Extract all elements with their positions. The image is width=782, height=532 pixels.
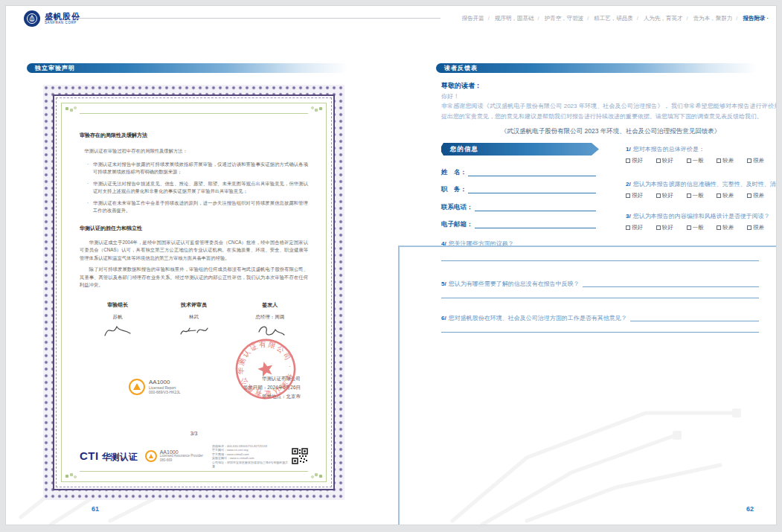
option-label: 较好: [662, 192, 673, 199]
signature-name: 苏帆: [80, 314, 156, 321]
nav-item: 精工艺，研品质: [594, 15, 633, 22]
aa1000-provider-logo: AA1000 Licensed Assurance Provider 080-6…: [145, 450, 203, 463]
question-label: 您对本报告的总体评价是：: [633, 146, 705, 153]
option-label: 较好: [662, 157, 673, 164]
signature-role: 签发人: [232, 301, 308, 309]
option-label: 较好: [662, 224, 673, 231]
signature-name: 总经理：周璐: [232, 314, 308, 321]
field-label: 电子邮箱：: [441, 220, 473, 229]
aa1000-triangle-icon: [129, 379, 145, 395]
checkbox-icon: [626, 158, 630, 163]
header-rule: [74, 18, 440, 19]
cert-section2-heading: 华测认证的胜任力和独立性: [80, 225, 308, 232]
cert-section1-intro: 华测认证在审验过程中存在的局限性及缓解方法：: [80, 147, 308, 156]
handwritten-signature: [176, 322, 211, 339]
option-label: 一般: [693, 224, 704, 231]
checkbox-icon: [687, 158, 691, 163]
field-underline: [475, 203, 597, 211]
question-3: 3/您认为本报告的内容编排和风格设计是否便于阅读？: [626, 212, 770, 220]
green-corner-ornament: [65, 471, 77, 478]
nav-separator: /: [587, 15, 589, 22]
checkbox-icon: [687, 193, 691, 198]
green-corner-ornament: [311, 106, 323, 114]
option-label: 很好: [632, 192, 643, 199]
feedback-form-title: 《武汉盛帆电子股份有限公司 2023 年环境、社会及公司治理报告意见回馈表》: [441, 127, 777, 136]
job-title-field: 职 务：: [441, 185, 596, 194]
checkbox-icon: [687, 225, 691, 230]
nav-separator: /: [687, 15, 688, 22]
rating-option: 很差: [747, 192, 764, 199]
page-header: 盛帆股份 SANFRAN CORP 报告开篇/ 规序明，固基础/ 护青空，守碧波…: [6, 6, 776, 43]
option-label: 很好: [632, 157, 643, 164]
rating-option: 较好: [656, 224, 673, 231]
question-number: 1/: [626, 146, 631, 153]
right-page-number: 62: [746, 505, 754, 513]
checkbox-icon: [717, 225, 721, 230]
checkbox-icon: [656, 225, 661, 230]
rating-option: 较好: [656, 192, 673, 199]
rating-option: 较差: [717, 192, 734, 199]
field-label: 姓 名：: [441, 168, 467, 177]
question-label: 您认为本报告的内容编排和风格设计是否便于阅读？: [633, 213, 770, 219]
bullet-text: 华测认证在未来审验工作中会基于持续改进的原则，进一步关注报告组织对可持续发展信息…: [93, 199, 308, 215]
nav-active-dot: ·: [767, 15, 769, 22]
aa1000-line: 080-669: [160, 458, 203, 463]
option-label: 较差: [722, 224, 734, 231]
your-info-box: 您的信息 姓 名： 职 务： 联系电话： 电子邮箱：: [441, 143, 599, 156]
signature-block: 审验组长 苏帆: [80, 301, 156, 342]
checkbox-icon: [656, 158, 661, 163]
left-page-number: 61: [92, 505, 99, 513]
field-label: 职 务：: [441, 185, 467, 194]
nav-item: 规序明，固基础: [495, 15, 534, 22]
rating-option: 一般: [687, 157, 704, 164]
field-underline: [475, 220, 597, 228]
checkbox-icon: [626, 193, 630, 198]
aa1000-report-logo: AA1000 Licensed Report 000-669/V3-HK2JL: [129, 379, 181, 395]
chapter-nav: 报告开篇/ 规序明，固基础/ 护青空，守碧波/ 精工艺，研品质/ 人为先，育英才…: [462, 15, 769, 22]
checkbox-icon: [717, 193, 721, 198]
field-underline: [468, 185, 596, 193]
rating-option: 较好: [656, 157, 673, 164]
nav-item: 报告开篇: [462, 15, 484, 22]
decorative-frame-rect: [398, 246, 777, 525]
certificate-footer: CTI 华测认证 AA1000 Licensed Assurance Provi…: [80, 444, 308, 469]
salutation: 尊敬的读者：: [441, 81, 481, 91]
right-page-title: 读者反馈表: [444, 65, 478, 71]
rating-option: 很差: [747, 157, 764, 164]
cert-section1-heading: 审验存在的局限性及缓解方法: [80, 132, 308, 139]
option-label: 很差: [753, 224, 764, 231]
nav-item: 护青空，守碧波: [545, 15, 584, 22]
rating-option: 很差: [747, 224, 764, 231]
bullet-text: 华测认证未对报告中披露的可持续发展绩效指标开展审验，仅通过访谈和查验事实证据的方…: [93, 161, 308, 176]
checkbox-icon: [747, 225, 751, 230]
cert-bullet-item: · 华测认证在未来审验工作中会基于持续改进的原则，进一步关注报告组织对可持续发展…: [87, 199, 308, 215]
certificate-page-marker: 3/3: [80, 431, 308, 436]
green-corner-ornament: [311, 471, 323, 478]
option-label: 较差: [722, 157, 734, 164]
question-label: 您认为本报告披露的信息准确性、完整性、及时性、清晰性如何？: [633, 181, 777, 188]
checkbox-icon: [626, 225, 630, 230]
qr-code: [292, 448, 308, 464]
green-corner-ornament: [65, 106, 77, 114]
cert-section2-paragraph: 华测认证成立于2004年，是经中国国家认证认可监督管理委员会（CNCA）批准，经…: [80, 239, 308, 263]
nav-item-active: 报告附录: [743, 15, 765, 22]
bullet-text: 华测认证无法对报告中描述意见、信念、推论、愿望、期望、未来意图等观点出具审验意见…: [93, 180, 308, 196]
logo-name-en: SANFRAN CORP: [45, 21, 80, 25]
bullet-dot-icon: ·: [87, 199, 93, 215]
question-1: 1/您对本报告的总体评价是：: [626, 145, 705, 153]
aa1000-triangle-icon: [145, 450, 157, 462]
question-number: 3/: [626, 213, 631, 219]
greeting: 你好！: [441, 92, 459, 100]
contact-block: 热线电话：400-630-5800/0755-82725533 官方网站：www…: [212, 444, 289, 469]
your-info-header: 您的信息: [441, 143, 599, 156]
nav-separator: /: [736, 15, 737, 22]
rating-option: 很好: [626, 157, 643, 164]
rating-options-row: 很好 较好 一般 较差 很差: [626, 192, 764, 199]
rating-options-row: 很好 较好 一般 较差 很差: [626, 224, 764, 231]
option-label: 较差: [722, 192, 734, 199]
checkbox-icon: [717, 158, 721, 163]
bullet-dot-icon: ·: [87, 161, 93, 176]
rating-option: 很好: [626, 192, 643, 199]
checkbox-icon: [656, 193, 661, 198]
cti-logo-text: CTI: [80, 449, 99, 462]
